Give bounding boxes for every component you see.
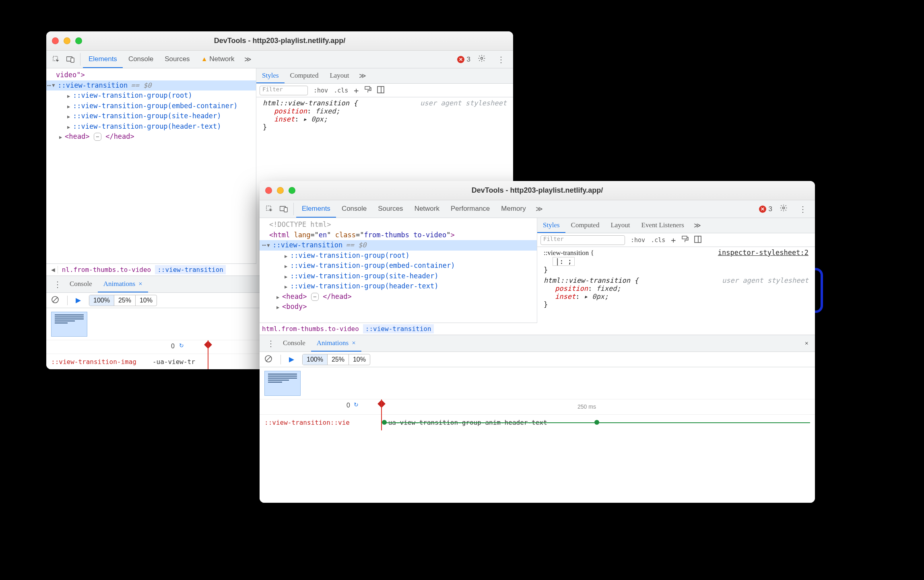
animation-preview[interactable] (51, 312, 87, 337)
paint-icon[interactable] (364, 86, 371, 95)
drawer-tab-console[interactable]: Console (277, 335, 311, 352)
close-button[interactable] (265, 187, 272, 194)
play-icon[interactable]: ▶ (76, 296, 81, 304)
tab-memory[interactable]: Memory (495, 200, 531, 218)
selected-node[interactable]: ⋯▼::view-transition== $0 (260, 240, 537, 251)
filter-input[interactable]: Filter (260, 86, 308, 95)
breadcrumb-scroll-left[interactable]: ◀ (49, 266, 58, 274)
settings-icon[interactable] (478, 54, 486, 64)
tab-sources[interactable]: Sources (372, 200, 408, 218)
toggle-classes[interactable]: .cls (651, 237, 665, 244)
animation-preview[interactable] (264, 371, 301, 396)
timeline-ruler[interactable]: 0 ↻ 250 ms (260, 399, 815, 415)
drawer-tab-animations[interactable]: Animations × (98, 276, 148, 292)
paint-icon[interactable] (681, 236, 689, 245)
close-button[interactable] (52, 37, 59, 44)
drawer-menu[interactable]: ⋮ (50, 276, 64, 292)
error-count[interactable]: ✕3 (457, 56, 470, 64)
more-tabs-chevron[interactable]: ≫ (240, 51, 256, 68)
tab-elements[interactable]: Elements (83, 51, 123, 68)
styles-tab-event-listeners[interactable]: Event Listeners (636, 218, 690, 233)
clear-icon[interactable] (51, 296, 59, 305)
tab-console[interactable]: Console (336, 200, 372, 218)
svg-line-10 (53, 297, 58, 302)
tab-console[interactable]: Console (123, 51, 159, 68)
animation-row[interactable]: ::view-transition::vie -ua-view-transiti… (260, 415, 815, 430)
tab-performance[interactable]: Performance (445, 200, 495, 218)
styles-tab-styles[interactable]: Styles (537, 218, 565, 233)
styles-tab-layout[interactable]: Layout (605, 218, 635, 233)
toggle-classes[interactable]: .cls (334, 87, 348, 94)
svg-line-19 (266, 356, 271, 361)
styles-more-tabs[interactable]: ≫ (355, 68, 370, 83)
play-icon[interactable]: ▶ (289, 355, 294, 364)
new-rule-icon[interactable]: + (671, 235, 676, 245)
computed-panel-icon[interactable] (694, 236, 701, 245)
clear-icon[interactable] (264, 355, 272, 364)
styles-more-tabs[interactable]: ≫ (690, 218, 705, 233)
kebab-menu-icon[interactable]: ⋮ (795, 204, 809, 214)
speed-100[interactable]: 100% (89, 295, 114, 306)
error-count[interactable]: ✕3 (759, 205, 772, 213)
inspect-icon[interactable] (50, 51, 63, 68)
drawer-tab-console[interactable]: Console (64, 276, 98, 292)
device-toggle-icon[interactable] (276, 200, 291, 218)
close-icon[interactable]: × (137, 280, 142, 288)
svg-rect-13 (284, 208, 287, 212)
minimize-button[interactable] (277, 187, 284, 194)
replay-icon[interactable]: ↻ (354, 401, 359, 408)
styles-tab-layout[interactable]: Layout (324, 68, 355, 83)
styles-tab-computed[interactable]: Computed (285, 68, 324, 83)
replay-icon[interactable]: ↻ (179, 342, 184, 349)
speed-10[interactable]: 10% (135, 295, 157, 306)
breadcrumb[interactable]: ◀ nl.from-thumbs.to-video ::view-transit… (46, 263, 256, 276)
breadcrumb-item-active[interactable]: ::view-transition (363, 324, 434, 333)
kebab-menu-icon[interactable]: ⋮ (493, 55, 507, 64)
toggle-hover[interactable]: :hov (314, 87, 328, 94)
drawer-menu[interactable]: ⋮ (263, 335, 277, 352)
close-icon[interactable]: × (350, 339, 356, 347)
styles-tab-styles[interactable]: Styles (256, 68, 285, 83)
tab-elements[interactable]: Elements (296, 200, 336, 218)
property-editor[interactable]: |: ; (553, 257, 575, 266)
window-title: DevTools - http203-playlist.netlify.app/ (46, 37, 513, 45)
drawer-close-icon[interactable]: × (798, 335, 815, 352)
speed-25[interactable]: 25% (327, 354, 349, 365)
tab-sources[interactable]: Sources (159, 51, 195, 68)
dom-tree[interactable]: video"> ⋯▼::view-transition== $0 ▶::view… (46, 68, 256, 263)
maximize-button[interactable] (289, 187, 295, 194)
inspect-icon[interactable] (263, 200, 276, 218)
warning-icon: ▲ (201, 56, 208, 63)
stylesheet-link[interactable]: inspector-stylesheet:2 (718, 249, 808, 257)
breadcrumb-item[interactable]: html.from-thumbs.to-video (262, 325, 359, 333)
maximize-button[interactable] (75, 37, 82, 44)
more-tabs-chevron[interactable]: ≫ (532, 200, 547, 218)
styles-rules[interactable]: html::view-transition {user agent styles… (256, 97, 513, 133)
device-toggle-icon[interactable] (63, 51, 78, 68)
speed-100[interactable]: 100% (303, 354, 327, 365)
minimize-button[interactable] (64, 37, 70, 44)
tab-network[interactable]: ▲ Network (196, 51, 240, 68)
main-toolbar: Elements Console Sources ▲ Network ≫ ✕3 … (46, 51, 513, 68)
computed-panel-icon[interactable] (377, 86, 384, 95)
styles-tab-computed[interactable]: Computed (565, 218, 605, 233)
speed-25[interactable]: 25% (114, 295, 135, 306)
tab-network[interactable]: Network (409, 200, 445, 218)
svg-point-14 (783, 207, 785, 209)
breadcrumb-item[interactable]: nl.from-thumbs.to-video (62, 266, 151, 274)
svg-rect-6 (365, 86, 370, 89)
drawer-tab-animations[interactable]: Animations × (311, 335, 361, 352)
toggle-hover[interactable]: :hov (631, 237, 645, 244)
dom-tree[interactable]: <!DOCTYPE html> <html lang="en" class="f… (260, 218, 537, 323)
selected-node[interactable]: ⋯▼::view-transition== $0 (46, 80, 256, 91)
speed-10[interactable]: 10% (349, 354, 370, 365)
breadcrumb-item-active[interactable]: ::view-transition (155, 265, 226, 274)
devtools-window-2: DevTools - http203-playlist.netlify.app/… (260, 181, 815, 503)
new-rule-icon[interactable]: + (354, 86, 359, 95)
speed-buttons: 100% 25% 10% (302, 354, 370, 365)
styles-rules[interactable]: ::view-transition {inspector-stylesheet:… (537, 247, 815, 310)
settings-icon[interactable] (780, 204, 788, 214)
svg-rect-4 (71, 58, 74, 62)
breadcrumb[interactable]: html.from-thumbs.to-video ::view-transit… (260, 323, 537, 335)
filter-input[interactable]: Filter (540, 235, 625, 245)
